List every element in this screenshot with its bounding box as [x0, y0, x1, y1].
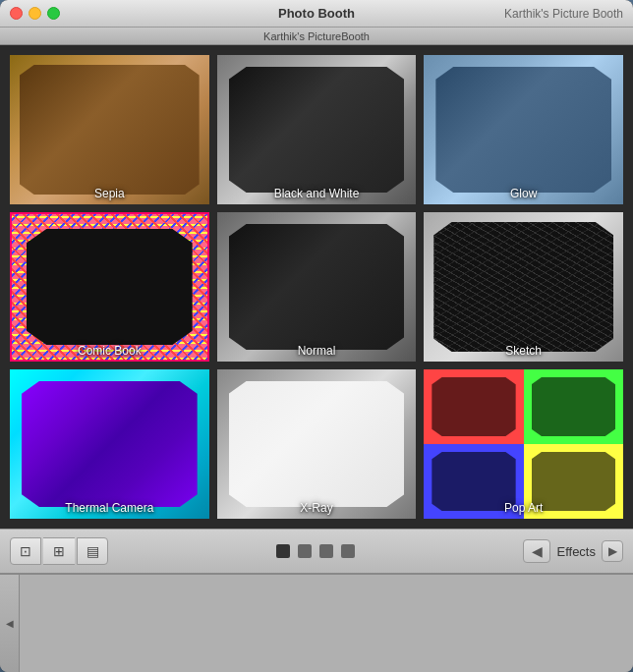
minimize-button[interactable] — [29, 7, 41, 20]
photo-booth-window: Photo Booth Karthik's Picture Booth Kart… — [0, 0, 633, 672]
page-dots — [114, 544, 517, 558]
popart-cell-2 — [524, 369, 623, 444]
effect-sepia[interactable]: Sepia — [8, 53, 211, 206]
view-buttons: ⊡ ⊞ ▤ — [10, 537, 108, 565]
titlebar-right-label: Karthik's Picture Booth — [504, 7, 623, 21]
bw-label: Black and White — [217, 187, 417, 200]
popart-label: Pop Art — [424, 501, 623, 515]
comic-label: Comic Book — [10, 344, 209, 358]
effect-popart[interactable]: Pop Art — [422, 367, 625, 521]
titlebar: Photo Booth Karthik's Picture Booth — [0, 0, 633, 28]
dot-1[interactable] — [276, 544, 290, 558]
effect-comic-book[interactable]: Comic Book — [8, 210, 211, 364]
sidebar-toggle[interactable]: ◀ — [0, 575, 20, 672]
close-button[interactable] — [10, 7, 23, 20]
view-grid-button[interactable]: ⊞ — [43, 537, 75, 565]
effects-label: Effects — [556, 544, 596, 559]
window-title: Photo Booth — [278, 6, 355, 21]
sepia-preview — [10, 55, 209, 204]
toolbar: ⊡ ⊞ ▤ ◀ Effects ▶ — [0, 529, 633, 574]
subtitle-label: Karthik's PictureBooth — [263, 30, 370, 42]
dot-3[interactable] — [319, 544, 333, 558]
effect-thermal[interactable]: Thermal Camera — [8, 367, 211, 521]
bottom-area: ◀ — [0, 574, 633, 672]
glow-label: Glow — [424, 187, 623, 200]
bottom-content — [20, 575, 633, 672]
effect-normal[interactable]: Normal — [215, 210, 419, 364]
back-button[interactable]: ◀ — [523, 539, 550, 563]
effect-black-and-white[interactable]: Black and White — [215, 53, 419, 206]
bw-preview — [217, 55, 417, 204]
comic-preview — [10, 212, 209, 362]
thermal-label: Thermal Camera — [10, 501, 209, 515]
traffic-lights — [10, 7, 60, 20]
effect-glow[interactable]: Glow — [422, 53, 625, 206]
effects-grid: Sepia Black and White Glow Comic Book No… — [0, 45, 633, 529]
glow-preview — [424, 55, 623, 204]
thermal-preview — [10, 369, 209, 519]
dot-2[interactable] — [298, 544, 312, 558]
toolbar-right: ◀ Effects ▶ — [523, 539, 623, 563]
sketch-preview — [424, 212, 623, 362]
effect-sketch[interactable]: Sketch — [422, 210, 625, 364]
subtitle-bar: Karthik's PictureBooth — [0, 28, 633, 45]
xray-preview — [217, 369, 417, 519]
normal-preview — [217, 212, 417, 362]
popart-preview — [424, 369, 623, 519]
view-strip-button[interactable]: ▤ — [77, 537, 108, 565]
sidebar-arrow-icon: ◀ — [6, 618, 14, 629]
popart-cell-1 — [424, 369, 523, 444]
xray-label: X-Ray — [217, 501, 417, 515]
gear-button[interactable]: ▶ — [602, 540, 623, 562]
normal-label: Normal — [217, 344, 417, 358]
maximize-button[interactable] — [47, 7, 60, 20]
sketch-label: Sketch — [424, 344, 623, 358]
effect-xray[interactable]: X-Ray — [215, 367, 419, 521]
sepia-label: Sepia — [10, 187, 209, 200]
view-single-button[interactable]: ⊡ — [10, 537, 41, 565]
dot-4[interactable] — [341, 544, 355, 558]
